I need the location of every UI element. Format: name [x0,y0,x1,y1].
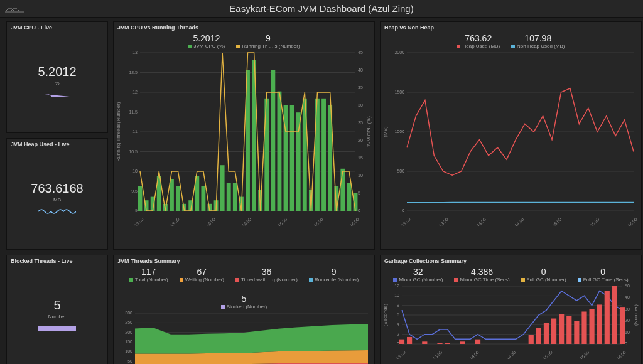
svg-rect-141 [407,337,412,344]
panel-jvm-cpu-live[interactable]: JVM CPU - Live 5.2012 % [6,21,108,133]
svg-text:40: 40 [625,295,630,299]
svg-rect-37 [138,186,143,211]
svg-rect-62 [296,112,301,211]
svg-text:14:00: 14:00 [205,217,216,226]
svg-rect-143 [422,341,427,344]
svg-text:1500: 1500 [394,90,404,94]
svg-rect-164 [581,311,586,344]
panel-title: Garbage Collections Summary [381,255,641,264]
legend-item: 4.386Minor GC Time (Secs) [454,267,509,282]
svg-text:5: 5 [358,191,360,195]
svg-text:25: 25 [358,120,363,125]
svg-text:15:00: 15:00 [277,217,288,226]
svg-text:10: 10 [358,173,363,178]
svg-rect-160 [551,319,556,344]
svg-text:14:30: 14:30 [505,350,516,359]
svg-rect-167 [605,291,610,344]
svg-text:JVM CPU (%): JVM CPU (%) [366,116,372,147]
legend-item: 0Full GC (Number) [521,267,566,282]
svg-text:100: 100 [125,349,132,353]
svg-text:13: 13 [132,50,138,55]
svg-text:13:30: 13:30 [432,350,443,359]
legend-item: 9Runnable (Number) [309,267,359,282]
svg-text:10: 10 [132,169,138,173]
svg-rect-145 [437,343,442,344]
svg-rect-162 [566,316,571,344]
svg-text:(Number): (Number) [633,304,639,326]
svg-rect-168 [612,286,617,344]
svg-rect-159 [544,323,549,344]
legend-item: 107.98Non Heap Used (MB) [511,33,565,49]
brand-logo-icon [5,3,24,14]
svg-text:15:30: 15:30 [589,217,600,226]
svg-rect-52 [233,183,237,211]
svg-text:9.5: 9.5 [131,189,138,193]
svg-rect-146 [445,343,450,344]
svg-text:15:30: 15:30 [313,217,323,226]
stat-unit: % [55,80,59,86]
svg-text:0: 0 [402,208,404,213]
legend-item: 0Full GC Time (Secs) [578,267,629,282]
svg-rect-169 [620,307,625,344]
sparkline [38,90,76,99]
svg-rect-43 [176,186,180,211]
svg-text:30: 30 [358,103,363,107]
svg-text:15:00: 15:00 [551,217,562,226]
svg-text:12.5: 12.5 [129,70,138,75]
svg-text:14:00: 14:00 [469,350,480,359]
svg-text:12: 12 [132,90,138,94]
svg-rect-148 [460,341,465,344]
svg-text:20: 20 [625,318,630,323]
legend-item: 5.2012JVM CPU (%) [188,33,225,49]
svg-text:13:30: 13:30 [438,217,449,226]
svg-text:13:30: 13:30 [170,217,180,226]
svg-rect-157 [529,335,534,344]
svg-text:13:00: 13:00 [134,217,144,226]
panel-title: JVM CPU vs Running Threads [114,22,374,31]
panel-title: Blocked Threads - Live [7,255,107,264]
panel-cpu-vs-threads[interactable]: JVM CPU vs Running Threads 5.2012JVM CPU… [113,21,375,250]
svg-text:500: 500 [397,169,404,173]
legend-item: 67Waiting (Number) [180,267,224,282]
panel-gc-summary[interactable]: Garbage Collections Summary 32Minor GC (… [380,255,642,364]
svg-rect-47 [201,186,205,211]
svg-text:30: 30 [625,307,630,311]
svg-text:20: 20 [358,138,363,142]
svg-rect-166 [597,304,602,344]
chart-canvas: 0500100015002000(MB)13:0013:3014:0014:30… [381,50,642,226]
legend-item: 763.62Heap Used (MB) [457,33,500,49]
svg-text:Running Threads(Number): Running Threads(Number) [116,102,121,161]
svg-text:40: 40 [358,68,363,72]
panel-heap-vs-nonheap[interactable]: Heap vs Non Heap 763.62Heap Used (MB)107… [380,21,642,250]
legend-item: 5Blocked (Number) [221,294,267,309]
panel-heap-used-live[interactable]: JVM Heap Used - Live 763.6168 MB [6,138,108,250]
svg-text:150: 150 [125,340,132,344]
chart-canvas: 99.51010.51111.51212.5130510152025303540… [114,50,375,226]
stat-unit: MB [53,197,61,203]
legend: 117Total (Number)67Waiting (Number)36Tim… [114,264,374,311]
panel-blocked-threads-live[interactable]: Blocked Threads - Live 5 Number [6,255,108,364]
svg-text:13:00: 13:00 [401,217,411,226]
legend: 763.62Heap Used (MB)107.98Non Heap Used … [381,31,641,50]
svg-rect-165 [589,309,594,344]
svg-text:16:00: 16:00 [627,217,638,226]
svg-text:(MB): (MB) [382,126,388,137]
svg-text:10.5: 10.5 [129,149,138,154]
svg-text:15:30: 15:30 [579,350,590,359]
page-title: Easykart-ECom JVM Dashboard (Azul Zing) [0,3,643,14]
panel-title: JVM CPU - Live [7,22,107,31]
svg-rect-61 [290,105,294,211]
svg-text:8: 8 [397,303,399,308]
svg-rect-59 [278,92,282,211]
svg-text:11: 11 [132,129,138,134]
svg-text:250: 250 [125,320,132,324]
svg-rect-50 [220,165,225,211]
svg-text:14:30: 14:30 [241,217,252,226]
svg-text:50: 50 [625,284,630,288]
svg-rect-163 [574,321,579,344]
svg-text:15:00: 15:00 [543,350,553,359]
panel-title: JVM Threads Summary [114,255,374,264]
stat-value: 5 [53,298,60,313]
panel-threads-summary[interactable]: JVM Threads Summary 117Total (Number)67W… [113,255,375,364]
svg-text:200: 200 [125,330,132,335]
